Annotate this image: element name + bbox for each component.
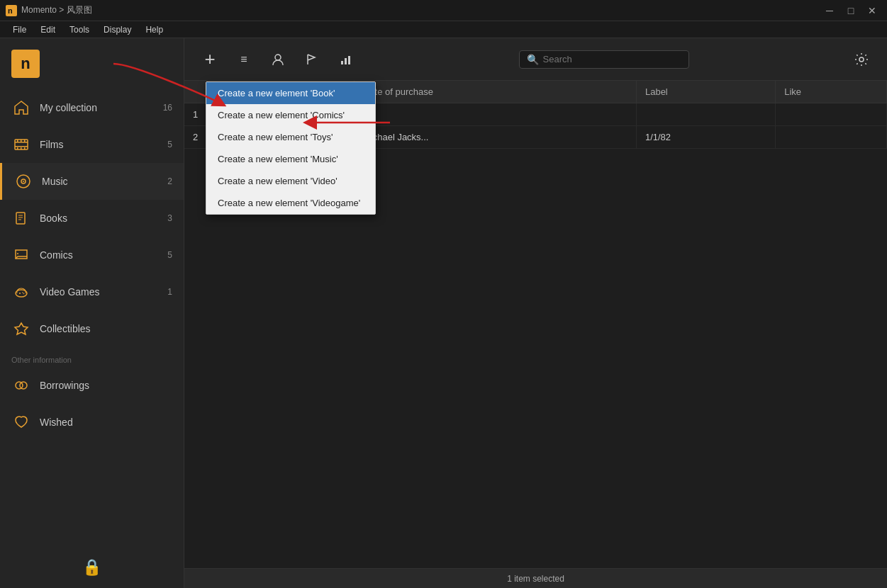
sidebar-count-music: 2	[167, 176, 172, 186]
row-artist-2: Michael Jacks...	[354, 126, 636, 149]
status-bar: 1 item selected	[184, 568, 887, 588]
video-games-icon	[11, 282, 31, 302]
col-label[interactable]: Label	[636, 81, 775, 103]
sidebar-label-wished: Wished	[40, 417, 172, 428]
dropdown-item-videogame[interactable]: Create a new element 'Videogame'	[206, 192, 375, 214]
sidebar-item-comics[interactable]: Comics 5	[0, 237, 184, 273]
sidebar-nav: My collection 16 Films 5 Music 2	[0, 89, 184, 547]
app-logo: n	[11, 50, 40, 78]
add-element-button[interactable]: +	[196, 45, 224, 74]
sidebar-label-books: Books	[40, 213, 162, 224]
col-num	[184, 81, 207, 103]
svg-rect-9	[21, 147, 22, 149]
sidebar-count-books: 3	[167, 213, 172, 223]
settings-button[interactable]	[847, 45, 876, 74]
svg-rect-29	[345, 58, 347, 64]
profile-button[interactable]	[264, 45, 292, 74]
svg-point-23	[23, 293, 25, 295]
films-icon	[11, 135, 31, 154]
chart-button[interactable]	[332, 45, 360, 74]
sidebar-item-books[interactable]: Books 3	[0, 200, 184, 237]
svg-rect-3	[15, 142, 28, 143]
sidebar-item-video-games[interactable]: Video Games 1	[0, 273, 184, 310]
collectibles-icon	[11, 319, 31, 339]
borrowings-icon	[11, 375, 31, 395]
minimize-button[interactable]: ─	[820, 3, 839, 18]
svg-marker-24	[15, 323, 28, 334]
sidebar: n My collection 16 Films 5	[0, 38, 184, 588]
close-button[interactable]: ✕	[863, 3, 881, 18]
sidebar-count-my-collection: 16	[163, 103, 172, 113]
dropdown-item-comics[interactable]: Create a new element 'Comics'	[206, 104, 375, 126]
music-icon	[13, 171, 33, 191]
row-like-2	[776, 126, 887, 149]
sidebar-item-borrowings[interactable]: Borrowings	[0, 367, 184, 404]
svg-rect-10	[24, 147, 26, 149]
search-box: 🔍	[519, 50, 689, 69]
svg-rect-7	[24, 140, 26, 142]
svg-point-18	[17, 253, 18, 254]
menu-tools[interactable]: Tools	[62, 21, 96, 38]
svg-rect-4	[15, 146, 28, 147]
window-controls: ─ □ ✕	[820, 3, 881, 18]
svg-point-26	[20, 382, 27, 389]
menu-help[interactable]: Help	[138, 21, 170, 38]
sidebar-label-films: Films	[40, 139, 162, 150]
row-like-1	[776, 103, 887, 126]
home-icon	[11, 98, 31, 118]
flag-button[interactable]	[298, 45, 326, 74]
svg-rect-14	[16, 213, 25, 224]
wished-icon	[11, 412, 31, 432]
row-num-1: 1	[184, 103, 207, 126]
svg-rect-28	[341, 61, 343, 64]
books-icon	[11, 208, 31, 228]
other-section-label: Other information	[0, 347, 184, 367]
row-date-1	[354, 103, 636, 126]
search-icon: 🔍	[527, 54, 539, 65]
svg-rect-8	[17, 147, 18, 149]
dropdown-item-book[interactable]: Create a new element 'Book'	[206, 82, 375, 104]
menu-edit[interactable]: Edit	[33, 21, 62, 38]
lock-icon: 🔒	[82, 558, 101, 577]
sidebar-label-comics: Comics	[40, 249, 162, 261]
dropdown-menu: Create a new element 'Book' Create a new…	[206, 81, 376, 215]
sidebar-item-my-collection[interactable]: My collection 16	[0, 89, 184, 126]
app-icon: n	[6, 5, 17, 16]
svg-rect-5	[17, 140, 18, 142]
list-view-button[interactable]: ≡	[230, 45, 258, 74]
sidebar-item-collectibles[interactable]: Collectibles	[0, 310, 184, 347]
col-like[interactable]: Like	[776, 81, 887, 103]
status-text: 1 item selected	[507, 574, 564, 584]
dropdown-item-music[interactable]: Create a new element 'Music'	[206, 148, 375, 170]
svg-rect-30	[348, 56, 350, 64]
sidebar-item-music[interactable]: Music 2	[0, 163, 184, 200]
sidebar-item-films[interactable]: Films 5	[0, 126, 184, 163]
search-input[interactable]	[543, 54, 671, 64]
svg-point-13	[23, 181, 24, 182]
dropdown-item-toys[interactable]: Create a new element 'Toys'	[206, 126, 375, 148]
sidebar-item-wished[interactable]: Wished	[0, 404, 184, 441]
col-date[interactable]: Date of purchase	[354, 81, 636, 103]
sidebar-label-borrowings: Borrowings	[40, 380, 172, 391]
menu-file[interactable]: File	[6, 21, 33, 38]
svg-rect-6	[21, 140, 22, 142]
row-date-2: 1/1/82	[636, 126, 775, 149]
sidebar-label-collectibles: Collectibles	[40, 323, 167, 334]
sidebar-label-video-games: Video Games	[40, 286, 162, 298]
svg-point-27	[275, 55, 281, 60]
menu-display[interactable]: Display	[96, 21, 138, 38]
comics-icon	[11, 245, 31, 265]
svg-point-22	[22, 292, 23, 293]
menu-bar: File Edit Tools Display Help	[0, 21, 887, 38]
sidebar-logo: n	[0, 38, 184, 89]
row-num-2: 2	[184, 126, 207, 149]
sidebar-count-films: 5	[167, 140, 172, 149]
app-body: n My collection 16 Films 5	[0, 38, 887, 588]
sidebar-count-comics: 5	[167, 250, 172, 260]
row-label-1	[636, 103, 775, 126]
maximize-button[interactable]: □	[842, 3, 860, 18]
sidebar-lock[interactable]: 🔒	[0, 547, 184, 588]
dropdown-item-video[interactable]: Create a new element 'Video'	[206, 170, 375, 192]
sidebar-label-my-collection: My collection	[40, 102, 157, 113]
toolbar: + ≡ 🔍	[184, 38, 887, 81]
